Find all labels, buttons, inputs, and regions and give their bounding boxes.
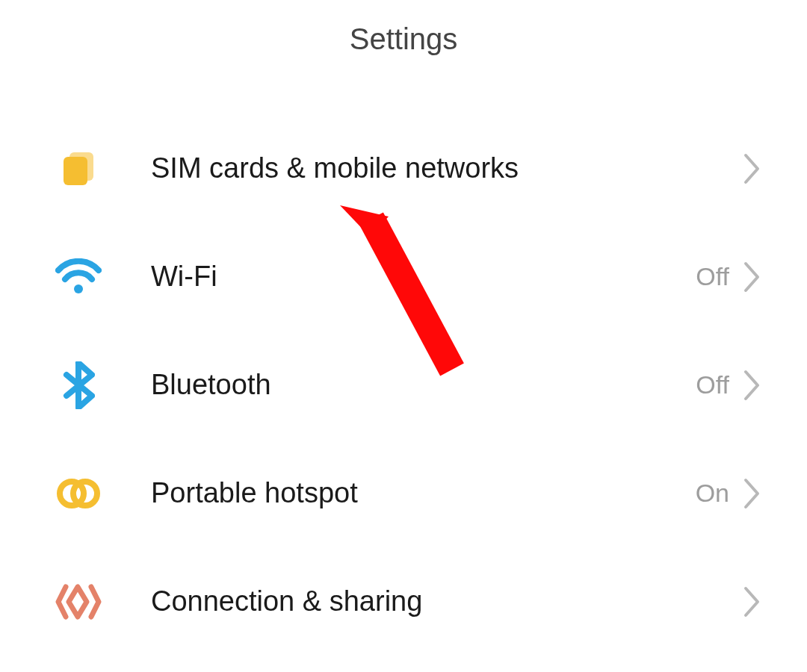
page-title: Settings xyxy=(0,0,807,69)
chevron-right-icon xyxy=(743,585,762,618)
settings-item-label: Bluetooth xyxy=(151,369,696,401)
settings-item-hotspot[interactable]: Portable hotspot On xyxy=(0,439,807,547)
settings-item-label: SIM cards & mobile networks xyxy=(151,152,729,184)
settings-item-value: On xyxy=(696,479,729,508)
wifi-icon xyxy=(52,258,105,296)
settings-item-wifi[interactable]: Wi-Fi Off xyxy=(0,223,807,331)
bluetooth-icon xyxy=(52,361,105,409)
settings-item-bluetooth[interactable]: Bluetooth Off xyxy=(0,331,807,439)
settings-list: SIM cards & mobile networks Wi-Fi Off Bl… xyxy=(0,114,807,656)
hotspot-icon xyxy=(52,477,105,510)
chevron-right-icon xyxy=(743,477,762,510)
svg-point-2 xyxy=(74,284,83,293)
sim-cards-icon xyxy=(52,148,105,190)
settings-item-label: Connection & sharing xyxy=(151,585,729,617)
chevron-right-icon xyxy=(743,369,762,402)
sharing-icon xyxy=(52,584,105,620)
settings-item-sim-cards[interactable]: SIM cards & mobile networks xyxy=(0,114,807,223)
svg-rect-1 xyxy=(64,157,87,185)
settings-item-label: Wi-Fi xyxy=(151,261,696,293)
settings-item-value: Off xyxy=(696,262,729,291)
chevron-right-icon xyxy=(743,261,762,293)
settings-item-connection-sharing[interactable]: Connection & sharing xyxy=(0,547,807,656)
chevron-right-icon xyxy=(743,152,762,185)
settings-item-label: Portable hotspot xyxy=(151,477,696,509)
settings-item-value: Off xyxy=(696,370,729,399)
